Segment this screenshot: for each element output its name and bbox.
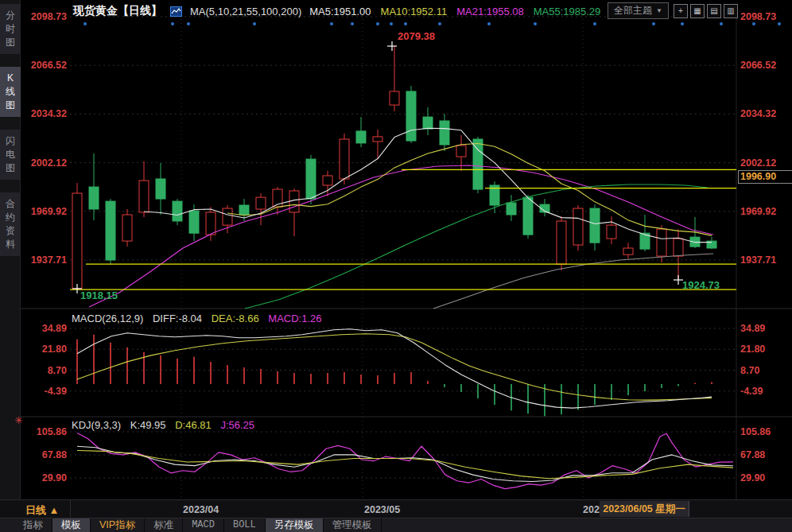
- candle-body: [590, 208, 600, 243]
- tab-另存模板[interactable]: 另存模板: [266, 518, 324, 532]
- chevron-down-icon: ▼: [656, 7, 662, 14]
- candle-body: [139, 181, 149, 212]
- tab-MACD[interactable]: MACD: [183, 518, 224, 532]
- tab-模板[interactable]: 模板: [52, 518, 91, 532]
- candle-body: [323, 176, 332, 185]
- price-line-value-box: 1996.90: [738, 170, 792, 184]
- divider: [70, 500, 71, 518]
- kdj-header: KDJ(9,3,3) K:49.95 D:46.81 J:56.25: [72, 419, 261, 431]
- symbol-title: 现货黄金【日线】: [73, 4, 162, 18]
- y-axis-label: 2098.73: [0, 11, 67, 22]
- candle-body: [557, 221, 566, 264]
- y-axis-label: 105.86: [0, 426, 67, 437]
- y-axis-label: 21.80: [740, 344, 765, 355]
- theme-dropdown-label: 全部主题: [614, 4, 652, 17]
- app-window: { "topbar": { "title": "现货黄金【日线】", "ma_p…: [0, 0, 792, 532]
- candle-body: [406, 91, 416, 141]
- month-label: 2023/04: [183, 504, 219, 515]
- y-axis-label: 2098.73: [740, 11, 776, 22]
- sidebar-item[interactable]: 闪电图: [0, 130, 21, 180]
- tab-标准[interactable]: 标准: [145, 518, 183, 532]
- y-axis-label: -4.39: [0, 386, 67, 397]
- candle-body: [340, 139, 349, 179]
- theme-dropdown[interactable]: 全部主题 ▼: [608, 2, 669, 19]
- ma-legend-ma5: MA5:1951.00: [309, 6, 371, 17]
- kdj-title: KDJ(9,3,3): [72, 419, 121, 431]
- trend-lines-layer[interactable]: [70, 169, 736, 289]
- pan-icon[interactable]: +: [674, 4, 688, 18]
- y-axis-label: 34.89: [740, 323, 765, 334]
- ma-parameters-label: MA(5,10,21,55,100,200): [190, 6, 301, 17]
- macd-bar-value: MACD:1.26: [268, 313, 321, 324]
- candle-body: [306, 159, 316, 199]
- candle-body: [206, 212, 215, 235]
- y-axis-label: 2002.12: [740, 157, 776, 169]
- y-axis-label: 1969.92: [740, 206, 776, 217]
- y-axis-label: 21.80: [0, 344, 67, 355]
- ma-legend-ma21: MA21:1955.08: [456, 6, 524, 17]
- candle-body: [423, 117, 433, 129]
- candle-body: [289, 191, 299, 212]
- tab-VIP指标[interactable]: VIP指标: [91, 518, 145, 532]
- kdj-j-value: J:56.25: [220, 419, 254, 431]
- candle-body: [256, 197, 266, 209]
- indicator-tab-bar: 指标模板VIP指标标准MACDBOLL另存模板管理模板: [0, 518, 792, 532]
- y-axis-label: 67.88: [740, 449, 765, 460]
- candle-body: [223, 208, 232, 225]
- month-label: 2023/05: [364, 504, 400, 515]
- ma-legend-ma55: MA55:1985.29: [534, 6, 601, 17]
- candle-body: [607, 225, 616, 239]
- candle-body: [473, 139, 483, 189]
- tab-BOLL[interactable]: BOLL: [224, 518, 266, 532]
- period-selector[interactable]: 日线 ▲: [25, 503, 59, 518]
- candle-body: [674, 239, 683, 256]
- kline-chart-icon[interactable]: [170, 6, 182, 17]
- y-axis-label: 8.70: [740, 365, 759, 376]
- time-axis-row: 日线 ▲ 2023/06 2023/06/05 星期一 2023/042023/…: [0, 499, 792, 518]
- y-axis-label: 29.90: [740, 472, 765, 483]
- y-axis-label: 1969.92: [0, 206, 67, 217]
- y-axis-label: 2066.52: [740, 60, 776, 71]
- sidebar-item[interactable]: 合约资料: [0, 192, 21, 256]
- tab-指标[interactable]: 指标: [14, 518, 52, 532]
- clipped-month-label: 2023/06: [583, 504, 600, 515]
- ma-legend-values: MA5:1951.00MA10:1952.11MA21:1955.08MA55:…: [309, 6, 643, 17]
- y-axis-label: 2002.12: [0, 157, 67, 169]
- candle-body: [122, 215, 132, 241]
- candle-body: [573, 208, 583, 245]
- extreme-price-label: 2079.38: [398, 30, 435, 42]
- macd-title: MACD(26,12,9): [72, 313, 143, 324]
- y-axis-label: 2034.32: [740, 108, 776, 119]
- candle-body: [440, 121, 449, 145]
- y-axis-label: 67.88: [0, 449, 67, 460]
- candle-body: [390, 91, 399, 105]
- axis-right-icon[interactable]: ▥: [724, 4, 738, 18]
- macd-dea-value: DEA:-8.66: [212, 313, 259, 324]
- chart-legend-bar: 现货黄金【日线】 MA(5,10,21,55,100,200) MA5:1951…: [73, 3, 643, 19]
- candle-body: [156, 179, 165, 199]
- candle-body: [89, 187, 99, 209]
- y-axis-label: 2034.32: [0, 108, 67, 119]
- candle-body: [456, 146, 466, 157]
- macd-panel: [77, 329, 712, 416]
- candle-body: [507, 203, 516, 215]
- indicator-settings-icon[interactable]: ✳: [14, 414, 23, 426]
- chart-canvas[interactable]: [0, 0, 792, 532]
- y-axis-label: 1937.71: [0, 254, 67, 266]
- chart-toolbar: 全部主题 ▼ +▦▤▥: [608, 2, 738, 19]
- grid-chart-icon[interactable]: ▦: [690, 4, 705, 18]
- toolbar-icons: +▦▤▥: [674, 4, 738, 18]
- y-axis-label: 1937.71: [740, 254, 776, 266]
- candle-body: [72, 193, 82, 289]
- candle-body: [657, 229, 666, 256]
- tab-管理模板[interactable]: 管理模板: [324, 518, 382, 532]
- y-axis-label: 29.90: [0, 472, 67, 483]
- kdj-k-value: K:49.95: [130, 419, 166, 431]
- candle-body: [356, 131, 366, 143]
- candle-body: [106, 201, 115, 260]
- kdj-d-value: D:46.81: [175, 419, 212, 431]
- candle-body: [623, 248, 633, 254]
- candle-body: [173, 201, 182, 221]
- macd-diff-value: DIFF:-8.04: [153, 313, 202, 324]
- axis-left-icon[interactable]: ▤: [707, 4, 721, 18]
